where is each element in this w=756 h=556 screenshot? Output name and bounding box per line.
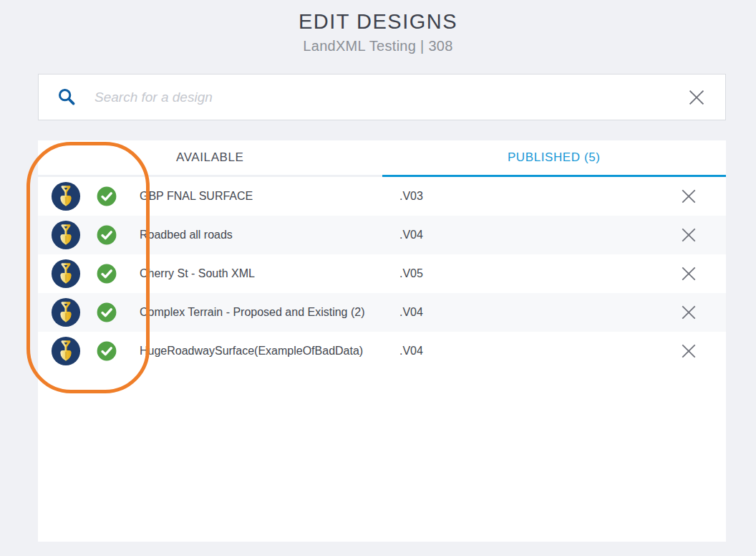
design-row[interactable]: HugeRoadwaySurface(ExampleOfBadData) .V0…: [38, 332, 726, 370]
design-name: Complex Terrain - Proposed and Existing …: [140, 306, 399, 319]
search-input[interactable]: [94, 75, 685, 120]
search-icon: [58, 88, 76, 106]
page-title: EDIT DESIGNS: [0, 10, 756, 34]
tab-available[interactable]: AVAILABLE: [38, 140, 382, 177]
design-row[interactable]: GBP FNAL SURFACE .V03: [38, 177, 726, 216]
design-version: .V05: [399, 267, 423, 280]
close-icon: [680, 342, 697, 360]
close-icon: [680, 226, 697, 244]
design-list: GBP FNAL SURFACE .V03 Roadbed all roads …: [38, 177, 726, 370]
design-row[interactable]: Complex Terrain - Proposed and Existing …: [38, 293, 726, 332]
close-icon: [687, 88, 706, 107]
dialog-header: EDIT DESIGNS LandXML Testing | 308: [0, 10, 756, 54]
tab-published[interactable]: PUBLISHED (5): [382, 140, 727, 177]
shovel-icon: [51, 336, 81, 366]
page-subtitle: LandXML Testing | 308: [0, 38, 756, 54]
design-row[interactable]: Roadbed all roads .V04: [38, 216, 726, 254]
design-name: Cherry St - South XML: [140, 267, 399, 280]
shovel-icon: [51, 297, 81, 327]
shovel-icon: [51, 181, 81, 211]
design-version: .V04: [399, 306, 423, 319]
remove-design-button[interactable]: [679, 341, 699, 361]
close-icon: [680, 265, 697, 282]
design-version: .V04: [399, 345, 423, 358]
edit-designs-dialog: EDIT DESIGNS LandXML Testing | 308 AVAIL…: [0, 0, 756, 556]
remove-design-button[interactable]: [679, 225, 699, 245]
remove-design-button[interactable]: [679, 186, 699, 206]
search-bar: [38, 74, 726, 120]
tab-bar: AVAILABLE PUBLISHED (5): [38, 140, 726, 177]
published-check-icon: [97, 225, 117, 245]
design-row[interactable]: Cherry St - South XML .V05: [38, 254, 726, 293]
design-name: GBP FNAL SURFACE: [140, 190, 399, 203]
remove-design-button[interactable]: [679, 264, 699, 284]
design-version: .V04: [399, 229, 423, 241]
published-check-icon: [97, 186, 117, 206]
published-check-icon: [97, 341, 117, 361]
published-check-icon: [97, 302, 117, 322]
design-version: .V03: [399, 190, 423, 203]
remove-design-button[interactable]: [679, 302, 699, 322]
designs-panel: AVAILABLE PUBLISHED (5) GBP FNAL SURFACE…: [38, 140, 726, 542]
design-name: HugeRoadwaySurface(ExampleOfBadData): [140, 345, 399, 358]
close-icon: [680, 304, 697, 321]
clear-search-button[interactable]: [685, 86, 708, 109]
shovel-icon: [51, 220, 81, 250]
shovel-icon: [51, 259, 81, 289]
published-check-icon: [97, 264, 117, 284]
design-name: Roadbed all roads: [140, 229, 399, 241]
close-icon: [680, 188, 697, 205]
